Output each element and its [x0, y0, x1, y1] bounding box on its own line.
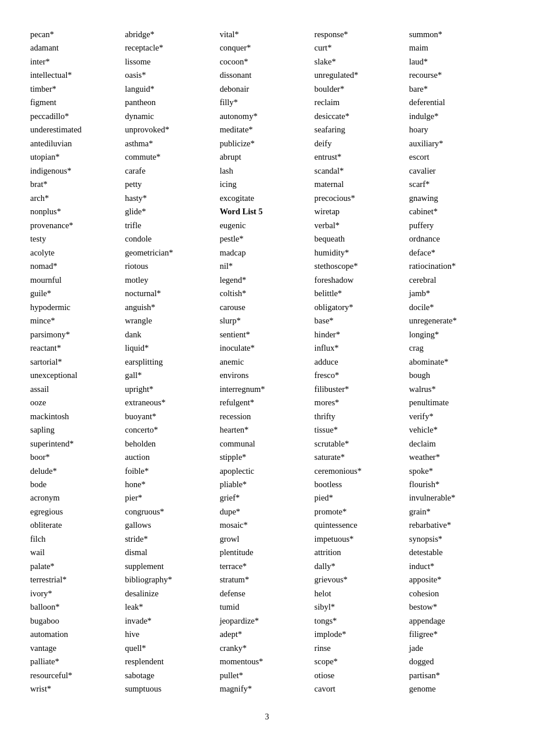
word-item: intellectual* — [30, 69, 120, 82]
word-item: egregious — [30, 505, 120, 519]
word-item: sumptuous — [125, 682, 215, 696]
word-item: escort — [409, 150, 499, 164]
word-item: ratiocination* — [409, 260, 499, 273]
word-item: appendage — [409, 614, 499, 628]
word-item: induct* — [409, 560, 499, 573]
word-item: bootless — [315, 478, 405, 491]
word-item: extraneous* — [125, 396, 215, 409]
word-item: commute* — [125, 150, 215, 164]
word-item: leak* — [125, 600, 215, 614]
word-item: recession — [219, 410, 309, 423]
word-item: scrutable* — [315, 437, 405, 451]
word-item: impetuous* — [315, 532, 405, 546]
word-item: verbal* — [315, 219, 405, 232]
word-item: hasty* — [125, 192, 215, 205]
word-item: hinder* — [315, 328, 405, 341]
word-column-col5: summon*maimlaud*recourse*bare*deferentia… — [409, 28, 504, 696]
word-item: saturate* — [315, 451, 405, 464]
word-item: unregenerate* — [409, 314, 499, 327]
word-item: jamb* — [409, 287, 499, 300]
word-item: hive — [125, 628, 215, 641]
word-item: coltish* — [219, 287, 309, 300]
word-item: stride* — [125, 532, 215, 546]
word-item: cranky* — [219, 642, 309, 655]
word-item: entrust* — [315, 150, 405, 164]
word-item: pliable* — [219, 478, 309, 491]
word-item: hearten* — [219, 423, 309, 437]
word-item: walrus* — [409, 383, 499, 396]
word-item: stipple* — [219, 451, 309, 464]
word-item: inoculate* — [219, 341, 309, 355]
word-item: otiose — [315, 669, 405, 682]
word-item: maim — [409, 41, 499, 55]
word-item: provenance* — [30, 219, 120, 232]
word-item: promote* — [315, 505, 405, 519]
word-item: genome — [409, 682, 499, 696]
word-item: magnify* — [219, 682, 309, 696]
word-item: oasis* — [125, 69, 215, 82]
word-item: mince* — [30, 314, 120, 327]
word-item: dally* — [315, 560, 405, 573]
word-item: adept* — [219, 628, 309, 641]
word-item: environs — [219, 369, 309, 382]
word-item: foible* — [125, 465, 215, 478]
word-item: synopsis* — [409, 532, 499, 546]
word-item: adduce — [315, 355, 405, 369]
word-item: stratum* — [219, 573, 309, 586]
word-item: pied* — [315, 491, 405, 505]
page-number: 3 — [30, 712, 504, 722]
word-item: palate* — [30, 560, 120, 573]
word-column-col1: pecan*adamantinter*intellectual*timber*f… — [30, 28, 125, 696]
word-item: base* — [315, 314, 405, 327]
word-item: peccadillo* — [30, 110, 120, 123]
word-item: quintessence — [315, 519, 405, 532]
word-item: pecan* — [30, 28, 120, 41]
word-item: earsplitting — [125, 355, 215, 369]
word-item: madcap — [219, 246, 309, 260]
word-item: filch — [30, 532, 120, 546]
word-item: grievous* — [315, 573, 405, 586]
word-item: vantage — [30, 642, 120, 655]
word-item: humidity* — [315, 246, 405, 260]
word-item: motley — [125, 273, 215, 287]
word-item: obligatory* — [315, 301, 405, 314]
word-item: bode — [30, 478, 120, 491]
word-item: pullet* — [219, 669, 309, 682]
word-item: precocious* — [315, 192, 405, 205]
word-item: spoke* — [409, 465, 499, 478]
word-item: sibyl* — [315, 600, 405, 614]
word-item: arch* — [30, 192, 120, 205]
word-item: ooze — [30, 396, 120, 409]
word-item: deify — [315, 137, 405, 150]
word-column-col4: response*curt*slake*unregulated*boulder*… — [315, 28, 409, 696]
word-item: desalinize — [125, 587, 215, 600]
word-item: cohesion — [409, 587, 499, 600]
word-item: bibliography* — [125, 573, 215, 586]
word-item: balloon* — [30, 600, 120, 614]
word-item: maternal — [315, 178, 405, 191]
word-item: cerebral — [409, 273, 499, 287]
word-item: momentous* — [219, 655, 309, 668]
word-item: wrangle — [125, 314, 215, 327]
word-item: belittle* — [315, 287, 405, 300]
word-item: tissue* — [315, 423, 405, 437]
word-item: dynamic — [125, 110, 215, 123]
word-item: cavalier — [409, 164, 499, 178]
word-item: crag — [409, 341, 499, 355]
word-item: timber* — [30, 82, 120, 96]
word-item: cabinet* — [409, 205, 499, 218]
word-item: auxiliary* — [409, 137, 499, 150]
word-item: glide* — [125, 205, 215, 218]
word-item: asthma* — [125, 137, 215, 150]
word-item: rebarbative* — [409, 519, 499, 532]
word-item: bequeath — [315, 232, 405, 246]
word-item: geometrician* — [125, 246, 215, 260]
word-item: petty — [125, 178, 215, 191]
word-item: ceremonious* — [315, 465, 405, 478]
word-item: influx* — [315, 341, 405, 355]
word-item: figment — [30, 96, 120, 109]
word-item: automation — [30, 628, 120, 641]
word-item: grief* — [219, 491, 309, 505]
word-item: longing* — [409, 328, 499, 341]
word-item: indulge* — [409, 110, 499, 123]
